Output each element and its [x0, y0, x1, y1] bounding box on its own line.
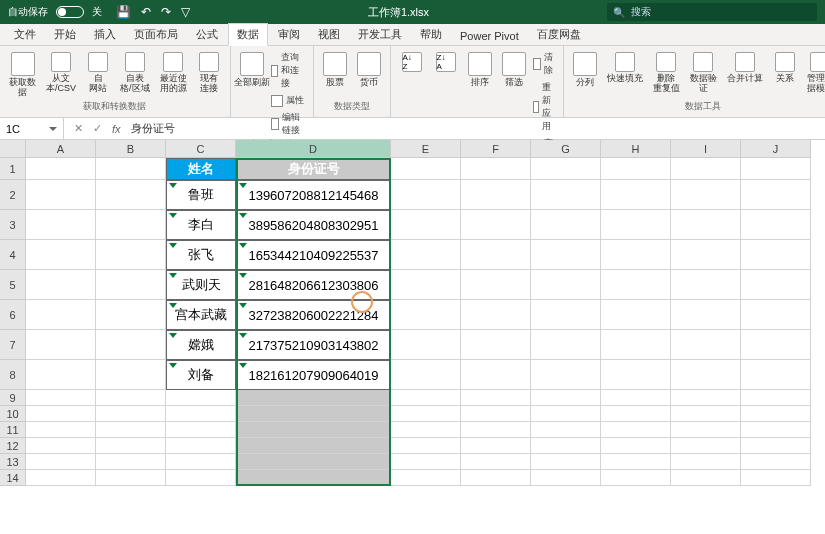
row-header-13[interactable]: 13: [0, 454, 26, 470]
cell-H9[interactable]: [601, 390, 671, 406]
name-box[interactable]: 1C: [0, 118, 64, 139]
cell-F12[interactable]: [461, 438, 531, 454]
filter-icon[interactable]: ▽: [181, 5, 190, 19]
cell-I8[interactable]: [671, 360, 741, 390]
cell-I6[interactable]: [671, 300, 741, 330]
cell-J8[interactable]: [741, 360, 811, 390]
row-header-3[interactable]: 3: [0, 210, 26, 240]
text-to-columns-button[interactable]: 分列: [570, 50, 600, 90]
cell-A11[interactable]: [26, 422, 96, 438]
tab-帮助[interactable]: 帮助: [412, 24, 450, 45]
cell-G3[interactable]: [531, 210, 601, 240]
row-header-10[interactable]: 10: [0, 406, 26, 422]
row-header-2[interactable]: 2: [0, 180, 26, 210]
sort-button[interactable]: 排序: [465, 50, 495, 90]
cell-F2[interactable]: [461, 180, 531, 210]
cell-D4[interactable]: 165344210409225537: [236, 240, 391, 270]
cell-E2[interactable]: [391, 180, 461, 210]
col-header-G[interactable]: G: [531, 140, 601, 158]
cell-F1[interactable]: [461, 158, 531, 180]
properties[interactable]: 属性: [271, 93, 307, 108]
from-table-button[interactable]: 自表 格/区域: [117, 50, 153, 96]
row-header-11[interactable]: 11: [0, 422, 26, 438]
reapply-filter[interactable]: 重新应用: [533, 80, 557, 134]
cell-G14[interactable]: [531, 470, 601, 486]
confirm-icon[interactable]: ✓: [93, 122, 102, 135]
cell-E3[interactable]: [391, 210, 461, 240]
cell-G4[interactable]: [531, 240, 601, 270]
cell-G11[interactable]: [531, 422, 601, 438]
cell-H4[interactable]: [601, 240, 671, 270]
cell-F3[interactable]: [461, 210, 531, 240]
cell-B10[interactable]: [96, 406, 166, 422]
cell-G13[interactable]: [531, 454, 601, 470]
existing-conn-button[interactable]: 现有 连接: [194, 50, 224, 96]
relations-button[interactable]: 关系: [770, 50, 800, 86]
cell-A2[interactable]: [26, 180, 96, 210]
cell-E14[interactable]: [391, 470, 461, 486]
col-header-E[interactable]: E: [391, 140, 461, 158]
cell-C13[interactable]: [166, 454, 236, 470]
cell-J14[interactable]: [741, 470, 811, 486]
cell-F14[interactable]: [461, 470, 531, 486]
cell-D5[interactable]: 281648206612303806: [236, 270, 391, 300]
cell-J12[interactable]: [741, 438, 811, 454]
spreadsheet-grid[interactable]: ABCDEFGHIJ 1234567891011121314 姓名身份证号鲁班1…: [0, 140, 825, 534]
cell-J2[interactable]: [741, 180, 811, 210]
tab-视图[interactable]: 视图: [310, 24, 348, 45]
cell-I10[interactable]: [671, 406, 741, 422]
cell-F7[interactable]: [461, 330, 531, 360]
cell-G10[interactable]: [531, 406, 601, 422]
queries-connections[interactable]: 查询和连接: [271, 50, 307, 91]
cell-C10[interactable]: [166, 406, 236, 422]
cell-A10[interactable]: [26, 406, 96, 422]
cell-A9[interactable]: [26, 390, 96, 406]
edit-links[interactable]: 编辑链接: [271, 110, 307, 138]
data-model-button[interactable]: 管理数 据模型: [804, 50, 825, 96]
cell-F4[interactable]: [461, 240, 531, 270]
cell-B13[interactable]: [96, 454, 166, 470]
sort-za-button[interactable]: Z↓A: [431, 50, 461, 74]
cell-J11[interactable]: [741, 422, 811, 438]
cell-J3[interactable]: [741, 210, 811, 240]
cell-H12[interactable]: [601, 438, 671, 454]
cell-E12[interactable]: [391, 438, 461, 454]
cell-C9[interactable]: [166, 390, 236, 406]
cell-H7[interactable]: [601, 330, 671, 360]
tab-开发工具[interactable]: 开发工具: [350, 24, 410, 45]
cell-I12[interactable]: [671, 438, 741, 454]
row-header-7[interactable]: 7: [0, 330, 26, 360]
cell-B14[interactable]: [96, 470, 166, 486]
cell-I7[interactable]: [671, 330, 741, 360]
col-header-I[interactable]: I: [671, 140, 741, 158]
cell-A7[interactable]: [26, 330, 96, 360]
consolidate-button[interactable]: 合并计算: [724, 50, 766, 86]
cell-A4[interactable]: [26, 240, 96, 270]
cell-A6[interactable]: [26, 300, 96, 330]
cell-E4[interactable]: [391, 240, 461, 270]
stocks-button[interactable]: 股票: [320, 50, 350, 90]
cell-H10[interactable]: [601, 406, 671, 422]
cell-G8[interactable]: [531, 360, 601, 390]
col-header-H[interactable]: H: [601, 140, 671, 158]
cell-E9[interactable]: [391, 390, 461, 406]
cell-A14[interactable]: [26, 470, 96, 486]
cell-H13[interactable]: [601, 454, 671, 470]
row-header-12[interactable]: 12: [0, 438, 26, 454]
row-header-1[interactable]: 1: [0, 158, 26, 180]
remove-dup-button[interactable]: 删除 重复值: [650, 50, 683, 96]
from-csv-button[interactable]: 从文 本/CSV: [43, 50, 79, 96]
cell-B4[interactable]: [96, 240, 166, 270]
col-header-F[interactable]: F: [461, 140, 531, 158]
cell-G7[interactable]: [531, 330, 601, 360]
cell-D1[interactable]: 身份证号: [236, 158, 391, 180]
cell-E10[interactable]: [391, 406, 461, 422]
row-header-9[interactable]: 9: [0, 390, 26, 406]
row-header-5[interactable]: 5: [0, 270, 26, 300]
fx-icon[interactable]: fx: [112, 123, 121, 135]
formula-value[interactable]: 身份证号: [131, 121, 175, 136]
cell-B12[interactable]: [96, 438, 166, 454]
cell-J5[interactable]: [741, 270, 811, 300]
cell-C1[interactable]: 姓名: [166, 158, 236, 180]
cell-I9[interactable]: [671, 390, 741, 406]
